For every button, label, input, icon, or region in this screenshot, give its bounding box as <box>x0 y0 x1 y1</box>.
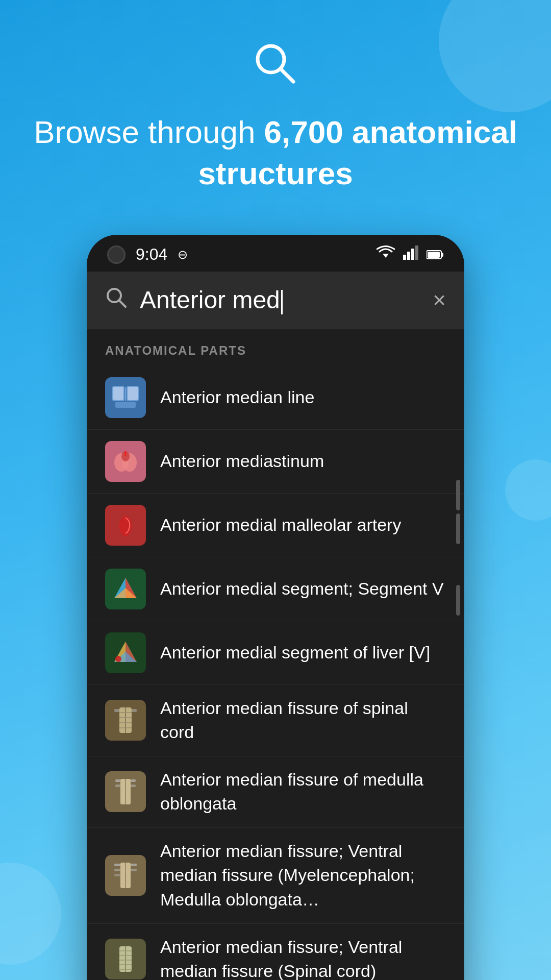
svg-rect-4 <box>407 252 410 260</box>
svg-line-11 <box>119 300 126 307</box>
result-thumbnail-1 <box>105 377 146 418</box>
search-clear-button[interactable]: × <box>433 287 446 313</box>
bg-decoration-circle-bottom <box>0 863 61 965</box>
list-item[interactable]: Anterior mediastinum <box>87 430 464 494</box>
list-item[interactable]: Anterior median fissure; Ventral median … <box>87 828 464 924</box>
svg-point-20 <box>115 656 121 662</box>
status-bar: 9:04 ⊖ <box>87 235 464 272</box>
header-search-icon <box>31 41 520 96</box>
list-item[interactable]: Anterior medial malleolar artery <box>87 494 464 557</box>
status-time: 9:04 <box>136 245 167 264</box>
result-thumbnail-8 <box>105 855 146 896</box>
signal-icon <box>403 246 418 263</box>
header-title: Browse through 6,700 anatomical structur… <box>31 112 520 194</box>
result-thumbnail-4 <box>105 569 146 609</box>
search-cursor <box>281 290 283 314</box>
svg-rect-5 <box>411 249 414 260</box>
wifi-icon <box>377 246 395 263</box>
svg-rect-40 <box>131 869 137 871</box>
svg-rect-33 <box>115 785 120 787</box>
svg-rect-32 <box>131 779 136 782</box>
result-thumbnail-7 <box>105 771 146 812</box>
svg-rect-28 <box>132 709 137 712</box>
list-item[interactable]: Anterior median fissure of spinal cord <box>87 685 464 756</box>
result-text-3: Anterior medial malleolar artery <box>160 513 446 537</box>
svg-rect-37 <box>114 864 120 866</box>
svg-rect-31 <box>115 779 120 782</box>
result-text-6: Anterior median fissure of spinal cord <box>160 696 446 745</box>
svg-rect-8 <box>441 253 443 257</box>
svg-rect-12 <box>113 386 124 401</box>
scrollbar-thumb-3[interactable] <box>456 585 460 616</box>
result-thumbnail-6 <box>105 700 146 741</box>
list-item[interactable]: Anterior median line <box>87 366 464 430</box>
list-item[interactable]: Anterior median fissure of medulla oblon… <box>87 756 464 828</box>
scrollbar-track <box>456 480 460 980</box>
svg-rect-15 <box>115 402 136 408</box>
svg-rect-3 <box>403 255 406 260</box>
svg-rect-13 <box>127 386 138 401</box>
result-text-2: Anterior mediastinum <box>160 449 446 474</box>
result-thumbnail-2 <box>105 441 146 482</box>
result-thumbnail-3 <box>105 505 146 546</box>
list-item[interactable]: Anterior medial segment of liver [V] <box>87 621 464 685</box>
search-bar-icon <box>105 286 128 314</box>
result-thumbnail-5 <box>105 632 146 673</box>
bg-decoration-circle-mid <box>505 459 551 521</box>
phone-mockup: 9:04 ⊖ <box>87 235 464 980</box>
list-item[interactable]: Anterior medial segment; Segment V <box>87 557 464 621</box>
scrollbar-thumb-1[interactable] <box>456 480 460 510</box>
search-input[interactable]: Anterior med <box>140 286 420 314</box>
result-text-1: Anterior median line <box>160 385 446 410</box>
camera-dot <box>107 246 126 264</box>
svg-rect-41 <box>114 874 120 876</box>
status-bar-left: 9:04 ⊖ <box>107 245 188 264</box>
list-item[interactable]: Anterior median fissure; Ventral median … <box>87 924 464 980</box>
svg-rect-39 <box>114 869 120 871</box>
result-text-4: Anterior medial segment; Segment V <box>160 577 446 601</box>
svg-line-1 <box>281 69 293 82</box>
status-bar-right <box>377 246 444 263</box>
svg-rect-34 <box>131 785 136 787</box>
result-text-8: Anterior median fissure; Ventral median … <box>160 839 446 912</box>
section-label: ANATOMICAL PARTS <box>87 329 464 366</box>
svg-rect-9 <box>428 252 440 258</box>
result-text-5: Anterior medial segment of liver [V] <box>160 641 446 665</box>
svg-rect-27 <box>114 709 119 712</box>
result-text-9: Anterior median fissure; Ventral median … <box>160 935 446 980</box>
search-bar[interactable]: Anterior med × <box>87 272 464 329</box>
result-text-7: Anterior median fissure of medulla oblon… <box>160 768 446 816</box>
scrollbar-thumb-2[interactable] <box>456 513 460 544</box>
battery-icon <box>427 246 444 263</box>
status-extra-icon: ⊖ <box>178 248 188 262</box>
svg-marker-2 <box>383 254 389 258</box>
header-section: Browse through 6,700 anatomical structur… <box>0 0 551 214</box>
svg-rect-38 <box>131 864 137 866</box>
svg-rect-6 <box>415 246 418 260</box>
result-thumbnail-9 <box>105 939 146 979</box>
results-container: ANATOMICAL PARTS Anterior median line <box>87 329 464 981</box>
